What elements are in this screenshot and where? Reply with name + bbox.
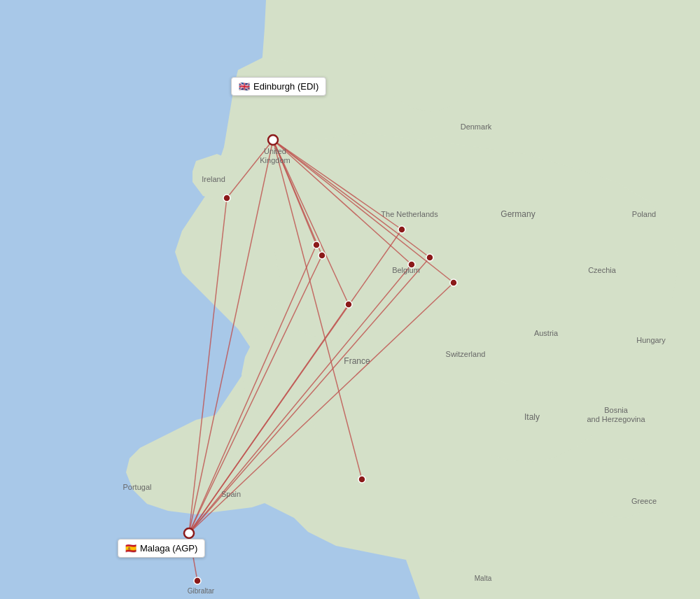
edinburgh-name: Edinburgh (EDI) (253, 81, 318, 92)
svg-point-31 (184, 528, 194, 538)
spain-label: Spain (221, 490, 241, 498)
svg-point-22 (318, 252, 326, 259)
hungary-label: Hungary (636, 336, 666, 344)
map-container: United Kingdom Ireland The Netherlands B… (0, 0, 700, 599)
belgium-label: Belgium (392, 266, 420, 274)
denmark-label: Denmark (461, 122, 492, 131)
malta-label: Malta (475, 575, 492, 582)
netherlands-label: The Netherlands (381, 210, 438, 218)
svg-point-27 (450, 279, 457, 286)
uk-label2: Kingdom (260, 156, 290, 164)
svg-point-29 (194, 577, 201, 584)
svg-point-25 (426, 254, 433, 261)
bosnia-label: Bosnia (604, 406, 629, 414)
edinburgh-label: 🇬🇧 Edinburgh (EDI) (231, 77, 326, 96)
ireland-label: Ireland (202, 175, 225, 183)
germany-label: Germany (500, 209, 535, 219)
czechia-label: Czechia (588, 266, 617, 274)
svg-point-20 (223, 195, 230, 202)
uk-label: United (264, 147, 286, 155)
poland-label: Poland (632, 210, 656, 218)
gibraltar-label: Gibraltar (188, 587, 215, 595)
malaga-flag: 🇪🇸 (125, 543, 136, 554)
svg-point-21 (313, 241, 320, 248)
france-label: France (344, 356, 370, 366)
svg-point-24 (398, 226, 405, 233)
svg-point-30 (268, 135, 278, 145)
malaga-label: 🇪🇸 Malaga (AGP) (118, 539, 205, 558)
austria-label: Austria (534, 329, 559, 337)
greece-label: Greece (631, 497, 657, 505)
herzegovina-label: and Herzegovina (587, 415, 645, 423)
switzerland-label: Switzerland (446, 350, 486, 358)
svg-point-28 (358, 476, 365, 483)
malaga-name: Malaga (AGP) (140, 543, 197, 554)
edinburgh-flag: 🇬🇧 (239, 81, 250, 92)
italy-label: Italy (524, 412, 540, 422)
svg-point-23 (345, 301, 352, 308)
portugal-label: Portugal (123, 483, 152, 491)
